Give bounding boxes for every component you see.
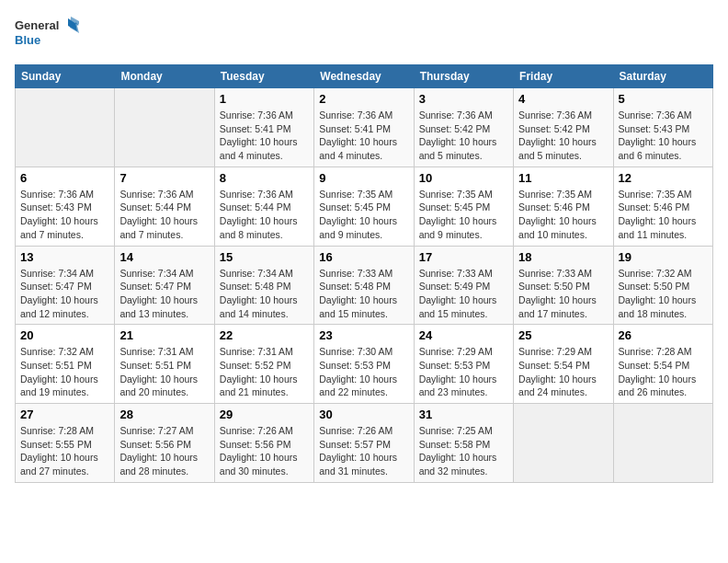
day-number: 11 xyxy=(518,171,608,185)
daylight-text: Daylight: 10 hours and 4 minutes. xyxy=(319,135,408,162)
sunset-text: Sunset: 5:41 PM xyxy=(319,122,408,136)
day-info: Sunrise: 7:36 AM Sunset: 5:44 PM Dayligh… xyxy=(119,188,209,242)
day-number: 6 xyxy=(20,171,109,185)
calendar-table: SundayMondayTuesdayWednesdayThursdayFrid… xyxy=(15,64,713,483)
day-info: Sunrise: 7:35 AM Sunset: 5:45 PM Dayligh… xyxy=(319,188,408,242)
sunrise-text: Sunrise: 7:36 AM xyxy=(518,109,608,122)
calendar-cell xyxy=(514,404,613,483)
sunset-text: Sunset: 5:43 PM xyxy=(619,122,708,136)
calendar-body: 1 Sunrise: 7:36 AM Sunset: 5:41 PM Dayli… xyxy=(16,88,713,483)
sunset-text: Sunset: 5:50 PM xyxy=(518,280,608,293)
day-info: Sunrise: 7:35 AM Sunset: 5:46 PM Dayligh… xyxy=(619,188,708,242)
weekday-header-tuesday: Tuesday xyxy=(214,65,313,88)
logo: General Blue xyxy=(15,15,79,55)
calendar-cell: 4 Sunrise: 7:36 AM Sunset: 5:42 PM Dayli… xyxy=(514,88,613,167)
day-number: 18 xyxy=(518,250,608,264)
day-info: Sunrise: 7:35 AM Sunset: 5:45 PM Dayligh… xyxy=(419,188,508,242)
daylight-text: Daylight: 10 hours and 4 minutes. xyxy=(220,135,309,162)
day-number: 3 xyxy=(419,92,508,106)
sunset-text: Sunset: 5:44 PM xyxy=(220,201,309,214)
sunset-text: Sunset: 5:55 PM xyxy=(20,438,109,452)
sunrise-text: Sunrise: 7:35 AM xyxy=(319,188,408,201)
day-number: 22 xyxy=(220,328,309,342)
weekday-header-saturday: Saturday xyxy=(613,65,712,88)
sunset-text: Sunset: 5:49 PM xyxy=(419,280,508,293)
day-number: 15 xyxy=(220,250,309,264)
daylight-text: Daylight: 10 hours and 28 minutes. xyxy=(119,451,209,477)
daylight-text: Daylight: 10 hours and 19 minutes. xyxy=(20,373,109,399)
calendar-cell: 7 Sunrise: 7:36 AM Sunset: 5:44 PM Dayli… xyxy=(115,167,214,246)
day-number: 13 xyxy=(20,250,109,264)
sunset-text: Sunset: 5:46 PM xyxy=(518,201,608,214)
sunrise-text: Sunrise: 7:35 AM xyxy=(419,188,508,201)
sunrise-text: Sunrise: 7:32 AM xyxy=(20,345,109,359)
calendar-cell: 15 Sunrise: 7:34 AM Sunset: 5:48 PM Dayl… xyxy=(214,246,313,325)
day-info: Sunrise: 7:34 AM Sunset: 5:47 PM Dayligh… xyxy=(20,267,109,321)
calendar-week-5: 27 Sunrise: 7:28 AM Sunset: 5:55 PM Dayl… xyxy=(16,404,713,483)
weekday-header-row: SundayMondayTuesdayWednesdayThursdayFrid… xyxy=(16,65,713,88)
day-number: 21 xyxy=(119,328,209,342)
day-number: 29 xyxy=(220,408,309,421)
calendar-header: SundayMondayTuesdayWednesdayThursdayFrid… xyxy=(16,65,713,88)
day-number: 20 xyxy=(20,328,109,342)
sunset-text: Sunset: 5:46 PM xyxy=(619,201,708,214)
calendar-cell: 26 Sunrise: 7:28 AM Sunset: 5:54 PM Dayl… xyxy=(613,325,712,404)
daylight-text: Daylight: 10 hours and 17 minutes. xyxy=(518,293,608,320)
sunrise-text: Sunrise: 7:36 AM xyxy=(220,188,309,201)
sunset-text: Sunset: 5:41 PM xyxy=(220,122,309,136)
sunset-text: Sunset: 5:47 PM xyxy=(20,280,109,293)
day-info: Sunrise: 7:32 AM Sunset: 5:51 PM Dayligh… xyxy=(20,345,109,399)
daylight-text: Daylight: 10 hours and 12 minutes. xyxy=(20,293,109,320)
weekday-header-thursday: Thursday xyxy=(414,65,513,88)
sunset-text: Sunset: 5:56 PM xyxy=(220,438,309,452)
sunset-text: Sunset: 5:42 PM xyxy=(518,122,608,136)
sunset-text: Sunset: 5:43 PM xyxy=(20,201,109,214)
day-info: Sunrise: 7:30 AM Sunset: 5:53 PM Dayligh… xyxy=(319,345,408,399)
sunset-text: Sunset: 5:54 PM xyxy=(518,359,608,373)
sunrise-text: Sunrise: 7:33 AM xyxy=(419,267,508,281)
calendar-cell: 19 Sunrise: 7:32 AM Sunset: 5:50 PM Dayl… xyxy=(613,246,712,325)
daylight-text: Daylight: 10 hours and 23 minutes. xyxy=(419,373,508,399)
day-number: 10 xyxy=(419,171,508,185)
daylight-text: Daylight: 10 hours and 18 minutes. xyxy=(619,293,708,320)
sunrise-text: Sunrise: 7:27 AM xyxy=(119,424,209,438)
daylight-text: Daylight: 10 hours and 30 minutes. xyxy=(220,451,309,477)
sunset-text: Sunset: 5:56 PM xyxy=(119,438,209,452)
calendar-cell: 21 Sunrise: 7:31 AM Sunset: 5:51 PM Dayl… xyxy=(115,325,214,404)
calendar-cell: 3 Sunrise: 7:36 AM Sunset: 5:42 PM Dayli… xyxy=(414,88,513,167)
calendar-cell: 23 Sunrise: 7:30 AM Sunset: 5:53 PM Dayl… xyxy=(314,325,414,404)
calendar-cell: 18 Sunrise: 7:33 AM Sunset: 5:50 PM Dayl… xyxy=(514,246,613,325)
sunrise-text: Sunrise: 7:34 AM xyxy=(220,267,309,281)
sunrise-text: Sunrise: 7:25 AM xyxy=(419,424,508,438)
calendar-cell: 2 Sunrise: 7:36 AM Sunset: 5:41 PM Dayli… xyxy=(314,88,414,167)
daylight-text: Daylight: 10 hours and 15 minutes. xyxy=(419,293,508,320)
sunrise-text: Sunrise: 7:28 AM xyxy=(619,345,708,359)
calendar-week-4: 20 Sunrise: 7:32 AM Sunset: 5:51 PM Dayl… xyxy=(16,325,713,404)
calendar-cell: 25 Sunrise: 7:29 AM Sunset: 5:54 PM Dayl… xyxy=(514,325,613,404)
sunrise-text: Sunrise: 7:29 AM xyxy=(518,345,608,359)
day-info: Sunrise: 7:33 AM Sunset: 5:50 PM Dayligh… xyxy=(518,267,608,321)
day-number: 19 xyxy=(619,250,708,264)
daylight-text: Daylight: 10 hours and 6 minutes. xyxy=(619,135,708,162)
svg-text:General: General xyxy=(15,18,59,32)
daylight-text: Daylight: 10 hours and 26 minutes. xyxy=(619,373,708,399)
day-info: Sunrise: 7:36 AM Sunset: 5:41 PM Dayligh… xyxy=(319,109,408,163)
weekday-header-sunday: Sunday xyxy=(16,65,115,88)
calendar-cell: 13 Sunrise: 7:34 AM Sunset: 5:47 PM Dayl… xyxy=(16,246,115,325)
weekday-header-monday: Monday xyxy=(115,65,214,88)
calendar-cell: 1 Sunrise: 7:36 AM Sunset: 5:41 PM Dayli… xyxy=(214,88,313,167)
day-info: Sunrise: 7:36 AM Sunset: 5:43 PM Dayligh… xyxy=(619,109,708,163)
day-info: Sunrise: 7:26 AM Sunset: 5:57 PM Dayligh… xyxy=(319,424,408,478)
day-number: 24 xyxy=(419,328,508,342)
weekday-header-wednesday: Wednesday xyxy=(314,65,414,88)
weekday-header-friday: Friday xyxy=(514,65,613,88)
day-number: 12 xyxy=(619,171,708,185)
day-info: Sunrise: 7:32 AM Sunset: 5:50 PM Dayligh… xyxy=(619,267,708,321)
day-number: 17 xyxy=(419,250,508,264)
daylight-text: Daylight: 10 hours and 7 minutes. xyxy=(119,214,209,241)
sunrise-text: Sunrise: 7:28 AM xyxy=(20,424,109,438)
sunrise-text: Sunrise: 7:35 AM xyxy=(518,188,608,201)
day-info: Sunrise: 7:26 AM Sunset: 5:56 PM Dayligh… xyxy=(220,424,309,478)
sunset-text: Sunset: 5:50 PM xyxy=(619,280,708,293)
daylight-text: Daylight: 10 hours and 24 minutes. xyxy=(518,373,608,399)
